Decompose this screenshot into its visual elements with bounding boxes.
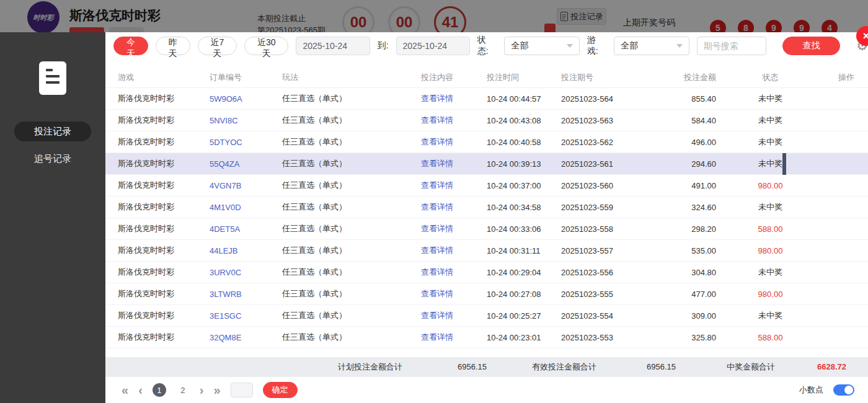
cell-game: 斯洛伐克时时彩 <box>118 180 210 191</box>
cell-detail-link[interactable]: 查看详情 <box>421 267 453 277</box>
cell-order[interactable]: 3URV0C <box>210 268 282 277</box>
quick-filter-30days[interactable]: 近30天 <box>244 37 288 55</box>
cell-detail-link[interactable]: 查看详情 <box>421 115 453 125</box>
summary-bar: 计划投注金额合计 6956.15 有效投注金额合计 6956.15 中奖金额合计… <box>105 357 868 377</box>
cell-game: 斯洛伐克时时彩 <box>118 288 210 299</box>
quick-filter-yesterday[interactable]: 昨天 <box>156 37 190 55</box>
page-button-2[interactable]: 2 <box>176 383 190 397</box>
cell-order[interactable]: 3E1SGC <box>210 311 282 321</box>
column-header-order: 订单编号 <box>210 72 282 83</box>
cell-status: 未中奖 <box>716 267 825 278</box>
cell-order[interactable]: 44LEJB <box>210 246 282 255</box>
cell-amount: 855.40 <box>645 94 716 104</box>
cell-play: 任三直选（单式） <box>282 202 388 213</box>
cell-game: 斯洛伐克时时彩 <box>118 115 210 126</box>
cell-order[interactable]: 4DET5A <box>210 224 282 234</box>
toggle-knob <box>844 386 853 394</box>
cell-detail-link[interactable]: 查看详情 <box>421 332 453 342</box>
valid-total-label: 有效投注金额合计 <box>532 357 596 377</box>
scrollbar-thumb[interactable] <box>782 153 786 175</box>
cell-game: 斯洛伐克时时彩 <box>118 202 210 213</box>
cell-period: 20251023-559 <box>561 203 645 212</box>
cell-game: 斯洛伐克时时彩 <box>118 310 210 321</box>
cell-time: 10-24 00:33:06 <box>487 224 561 234</box>
cell-detail-link[interactable]: 查看详情 <box>421 180 453 190</box>
cell-game: 斯洛伐克时时彩 <box>118 245 210 256</box>
cell-game: 斯洛伐克时时彩 <box>118 136 210 148</box>
first-page-icon[interactable]: « <box>122 384 128 396</box>
cell-time: 10-24 00:44:57 <box>487 94 561 104</box>
sidebar-item-chase-records[interactable]: 追号记录 <box>14 149 91 169</box>
page-button-1[interactable]: 1 <box>153 383 166 397</box>
table-row: 斯洛伐克时时彩 4DET5A 任三直选（单式） 查看详情 10-24 00:33… <box>105 218 868 240</box>
table-row: 斯洛伐克时时彩 5NVI8C 任三直选（单式） 查看详情 10-24 00:43… <box>105 110 868 131</box>
cell-detail-link[interactable]: 查看详情 <box>421 289 453 298</box>
cell-time: 10-24 00:31:11 <box>487 246 561 255</box>
cell-play: 任三直选（单式） <box>282 332 388 343</box>
game-label: 游戏: <box>587 35 607 57</box>
cell-order[interactable]: 5W9O6A <box>210 94 282 104</box>
cell-game: 斯洛伐克时时彩 <box>118 158 210 169</box>
cell-time: 10-24 00:27:08 <box>487 290 561 299</box>
quick-filter-today[interactable]: 今天 <box>113 37 148 55</box>
cell-time: 10-24 00:40:58 <box>487 138 561 147</box>
cell-period: 20251023-556 <box>561 268 645 277</box>
valid-total-value: 6956.15 <box>647 357 676 377</box>
cell-period: 20251023-554 <box>561 311 645 321</box>
cell-detail-link[interactable]: 查看详情 <box>421 311 453 320</box>
cell-detail-link[interactable]: 查看详情 <box>421 224 453 233</box>
cell-order[interactable]: 32QM8E <box>210 333 282 342</box>
cell-order[interactable]: 3LTWRB <box>210 290 282 299</box>
cell-detail-link[interactable]: 查看详情 <box>421 94 453 103</box>
page-jump-input[interactable] <box>231 383 253 397</box>
cell-order[interactable]: 4VGN7B <box>210 181 282 190</box>
status-label: 状态: <box>477 35 497 57</box>
cell-order[interactable]: 4M1V0D <box>210 203 282 212</box>
table-row: 斯洛伐克时时彩 5DTYOC 任三直选（单式） 查看详情 10-24 00:40… <box>105 131 868 153</box>
quick-filter-7days[interactable]: 近7天 <box>198 37 237 55</box>
date-to-input[interactable]: 2025-10-24 <box>396 37 470 55</box>
cell-play: 任三直选（单式） <box>282 267 388 278</box>
cell-detail-link[interactable]: 查看详情 <box>421 202 453 211</box>
cell-game: 斯洛伐克时时彩 <box>118 267 210 278</box>
cell-amount: 298.20 <box>645 224 716 234</box>
last-page-icon[interactable]: » <box>213 384 220 396</box>
status-select[interactable]: 全部 <box>504 37 579 55</box>
cell-period: 20251023-557 <box>561 246 645 255</box>
period-search-input[interactable] <box>697 37 766 55</box>
table-row: 斯洛伐克时时彩 44LEJB 任三直选（单式） 查看详情 10-24 00:31… <box>105 240 868 262</box>
cell-status: 未中奖 <box>716 136 825 148</box>
cell-time: 10-24 00:37:00 <box>487 181 561 190</box>
cell-play: 任三直选（单式） <box>282 223 388 234</box>
confirm-button[interactable]: 确定 <box>263 382 298 398</box>
sidebar-item-bet-records[interactable]: 投注记录 <box>14 122 91 141</box>
cell-period: 20251023-560 <box>561 181 645 190</box>
cell-order[interactable]: 5NVI8C <box>210 116 282 125</box>
cell-detail-link[interactable]: 查看详情 <box>421 137 453 146</box>
cell-time: 10-24 00:29:04 <box>487 268 561 277</box>
table-row: 斯洛伐克时时彩 55Q4ZA 任三直选（单式） 查看详情 10-24 00:39… <box>105 153 868 175</box>
decimal-label: 小数点 <box>799 384 823 396</box>
cell-order[interactable]: 55Q4ZA <box>210 159 282 169</box>
cell-detail-link[interactable]: 查看详情 <box>421 159 453 168</box>
prev-page-icon[interactable]: ‹ <box>138 384 143 396</box>
cell-amount: 584.40 <box>645 116 716 125</box>
next-page-icon[interactable]: › <box>200 384 204 396</box>
game-select[interactable]: 全部 <box>614 37 689 55</box>
cell-detail-link[interactable]: 查看详情 <box>421 246 453 255</box>
win-total-value: 6628.72 <box>817 357 846 377</box>
date-from-input[interactable]: 2025-10-24 <box>296 37 370 55</box>
cell-play: 任三直选（单式） <box>282 158 388 169</box>
column-header-game: 游戏 <box>118 72 210 83</box>
table-row: 斯洛伐克时时彩 4VGN7B 任三直选（单式） 查看详情 10-24 00:37… <box>105 175 868 197</box>
table-body: 斯洛伐克时时彩 5W9O6A 任三直选（单式） 查看详情 10-24 00:44… <box>105 88 868 348</box>
table-row: 斯洛伐克时时彩 3LTWRB 任三直选（单式） 查看详情 10-24 00:27… <box>105 283 868 305</box>
column-header-status: 状态 <box>716 72 825 83</box>
records-doc-icon <box>38 61 67 95</box>
decimal-toggle[interactable] <box>833 384 854 396</box>
cell-play: 任三直选（单式） <box>282 245 388 256</box>
cell-order[interactable]: 5DTYOC <box>210 138 282 147</box>
search-button[interactable]: 查找 <box>782 37 841 55</box>
cell-period: 20251023-553 <box>561 333 645 342</box>
cell-status: 未中奖 <box>716 158 825 169</box>
